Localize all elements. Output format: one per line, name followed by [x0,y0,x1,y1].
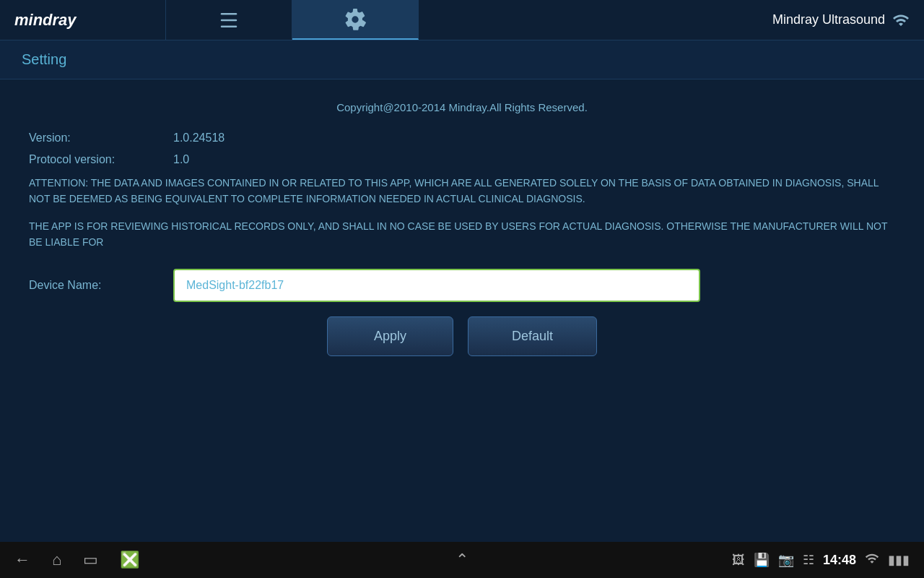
back-button[interactable]: ← [14,551,30,569]
app-logo: mindray [14,11,77,30]
device-name-row: Device Name: [29,269,895,302]
main-content: Copyright@2010-2014 Mindray.All Rights R… [0,79,924,543]
wifi-status-icon [865,551,879,569]
default-button[interactable]: Default [468,316,597,356]
clock: 14:48 [823,553,856,568]
brand-name: Mindray Ultrasound [772,12,885,27]
list-icon [218,9,240,31]
bottom-nav-left: ← ⌂ ▭ ❎ [14,551,139,569]
recents-button[interactable]: ▭ [83,551,98,569]
settings-header: Setting [0,40,924,79]
qr-button[interactable]: ❎ [120,551,139,569]
settings-tab[interactable] [292,0,419,40]
apply-button[interactable]: Apply [327,316,453,356]
bottom-nav-center: ⌃ [456,551,468,569]
protocol-row: Protocol version: 1.0 [29,153,895,166]
logo-area: mindray [0,0,166,40]
apps-icon: ☷ [803,552,814,568]
sd-icon: 💾 [754,552,770,568]
image-icon: 📷 [778,552,794,568]
version-value: 1.0.24518 [173,131,225,144]
bottom-nav-right: 🖼 💾 📷 ☷ 14:48 ▮▮▮ [732,551,910,569]
home-button[interactable]: ⌂ [52,551,61,569]
nav-right-area: Mindray Ultrasound [419,0,924,40]
svg-rect-1 [221,19,237,21]
gear-icon [344,8,367,31]
page-title: Setting [22,51,66,67]
svg-rect-0 [221,13,237,15]
disclaimer-1: ATTENTION: THE DATA AND IMAGES CONTAINED… [29,175,895,207]
up-button[interactable]: ⌃ [456,551,468,569]
svg-rect-2 [221,25,237,27]
top-navigation: mindray Mindray Ultrasound [0,0,924,40]
action-buttons: Apply Default [29,316,895,356]
protocol-label: Protocol version: [29,153,173,166]
wifi-nav-icon [892,12,910,29]
monitor-icon: 🖼 [732,553,745,568]
bottom-navigation: ← ⌂ ▭ ❎ ⌃ 🖼 💾 📷 ☷ 14:48 ▮▮▮ [0,542,924,578]
version-label: Version: [29,131,173,144]
signal-icon: ▮▮▮ [888,552,910,568]
copyright-text: Copyright@2010-2014 Mindray.All Rights R… [29,101,895,113]
disclaimer-2: THE APP IS FOR REVIEWING HISTORICAL RECO… [29,218,895,251]
device-name-input[interactable] [173,269,700,302]
protocol-value: 1.0 [173,153,189,166]
device-name-label: Device Name: [29,279,173,292]
list-tab[interactable] [166,0,292,40]
version-row: Version: 1.0.24518 [29,131,895,144]
